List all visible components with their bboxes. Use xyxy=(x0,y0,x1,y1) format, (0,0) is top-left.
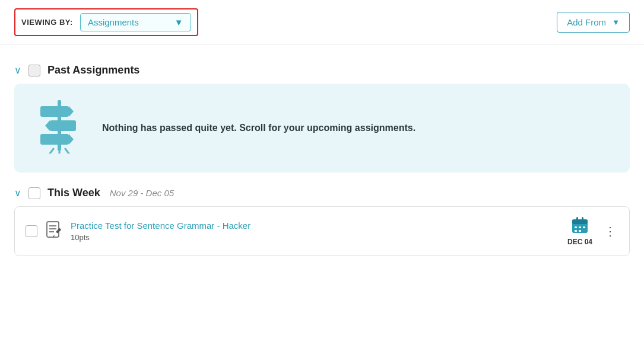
main-content: ∨ Past Assignments xyxy=(0,45,644,266)
svg-rect-20 xyxy=(575,226,577,228)
this-week-chevron[interactable]: ∨ xyxy=(14,187,21,199)
due-date-label: DEC 04 xyxy=(567,238,592,246)
assignments-dropdown-value: Assignments xyxy=(88,17,139,27)
this-week-checkbox[interactable] xyxy=(28,187,40,199)
svg-line-8 xyxy=(65,149,69,154)
svg-rect-17 xyxy=(572,219,588,224)
assignment-info: Practice Test for Sentence Grammar - Hac… xyxy=(71,221,559,242)
assignments-dropdown[interactable]: Assignments ▼ xyxy=(80,13,191,31)
svg-rect-5 xyxy=(40,134,69,145)
assignment-checkbox[interactable] xyxy=(26,225,37,237)
more-options-button[interactable]: ⋮ xyxy=(602,224,618,238)
top-bar: VIEWING BY: Assignments ▼ Add From ▼ xyxy=(0,0,644,45)
this-week-header: ∨ This Week Nov 29 - Dec 05 xyxy=(14,187,630,199)
add-from-button[interactable]: Add From ▼ xyxy=(557,12,630,33)
svg-rect-19 xyxy=(582,217,583,222)
add-from-arrow-icon: ▼ xyxy=(612,18,620,27)
svg-rect-22 xyxy=(583,226,585,228)
dropdown-arrow-icon: ▼ xyxy=(175,17,183,27)
svg-rect-21 xyxy=(579,226,581,228)
assignment-points: 10pts xyxy=(71,233,559,242)
svg-rect-24 xyxy=(579,230,581,232)
svg-rect-1 xyxy=(40,106,69,117)
viewing-by-container: VIEWING BY: Assignments ▼ xyxy=(14,8,198,36)
past-assignments-chevron[interactable]: ∨ xyxy=(14,65,21,76)
svg-marker-4 xyxy=(45,120,50,131)
past-assignments-checkbox[interactable] xyxy=(28,65,40,76)
assignment-title[interactable]: Practice Test for Sentence Grammar - Hac… xyxy=(71,221,250,231)
svg-line-7 xyxy=(50,149,53,154)
signpost-icon xyxy=(36,100,83,156)
past-assignments-empty-card: Nothing has passed quite yet. Scroll for… xyxy=(14,84,630,173)
past-assignments-header: ∨ Past Assignments xyxy=(14,64,630,76)
assignment-card: Practice Test for Sentence Grammar - Hac… xyxy=(14,206,630,256)
svg-rect-23 xyxy=(575,230,577,232)
assignment-doc-icon xyxy=(46,221,62,241)
viewing-by-label: VIEWING BY: xyxy=(21,18,73,27)
svg-marker-2 xyxy=(69,106,74,117)
due-date-block: DEC 04 xyxy=(567,216,592,246)
calendar-icon xyxy=(571,216,589,237)
svg-marker-6 xyxy=(69,134,74,145)
past-assignments-title: Past Assignments xyxy=(47,64,139,76)
add-from-label: Add From xyxy=(567,17,606,27)
svg-rect-3 xyxy=(50,120,76,131)
assignment-right: DEC 04 ⋮ xyxy=(567,216,618,246)
past-assignments-empty-text: Nothing has passed quite yet. Scroll for… xyxy=(102,123,415,133)
svg-rect-10 xyxy=(47,222,59,237)
svg-rect-18 xyxy=(576,217,578,222)
this-week-title: This Week xyxy=(47,187,100,199)
this-week-date-range: Nov 29 - Dec 05 xyxy=(110,188,174,198)
